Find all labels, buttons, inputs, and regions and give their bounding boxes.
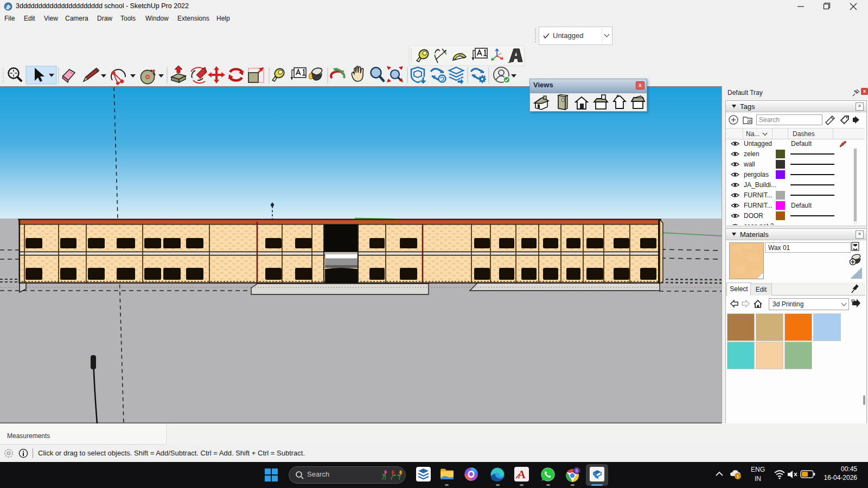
svg-text:!: !	[737, 474, 739, 479]
svg-text:S: S	[575, 468, 578, 473]
